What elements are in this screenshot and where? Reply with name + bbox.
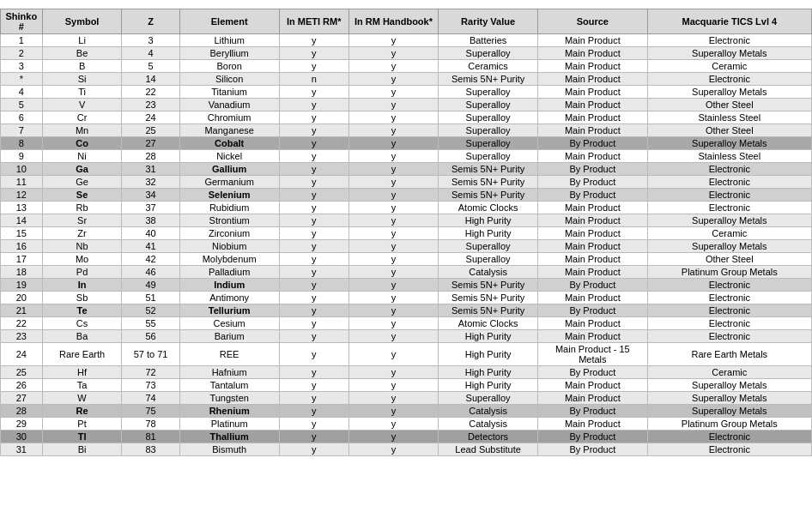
table-cell: 11 [1, 176, 43, 189]
table-cell: Stainless Steel [647, 111, 811, 124]
table-cell: Main Product [538, 418, 648, 431]
table-row: 9Ni28NickelyySuperalloyMain ProductStain… [1, 150, 812, 163]
table-cell: Main Product [538, 73, 648, 86]
column-header: Shinko # [1, 9, 43, 34]
table-cell: Superalloy [439, 124, 538, 137]
table-cell: y [279, 418, 348, 431]
table-cell: y [279, 304, 348, 317]
table-cell: Atomic Clocks [439, 317, 538, 330]
table-cell: Pt [42, 418, 122, 431]
table-cell: Main Product [538, 379, 648, 392]
table-cell: Germanium [179, 176, 279, 189]
table-cell: y [348, 137, 438, 150]
table-cell: 72 [122, 366, 179, 379]
table-cell: Ceramic [647, 60, 811, 73]
table-cell: 13 [1, 202, 43, 214]
table-cell: High Purity [439, 366, 538, 379]
table-cell: Mn [42, 124, 122, 137]
table-cell: 24 [1, 343, 43, 366]
table-row: 15Zr40ZirconiumyyHigh PurityMain Product… [1, 227, 812, 240]
table-cell: 19 [1, 279, 43, 292]
table-cell: 7 [1, 124, 43, 137]
table-cell: Catalysis [439, 405, 538, 418]
table-cell: Catalysis [439, 418, 538, 431]
table-cell: Vanadium [179, 99, 279, 111]
table-cell: y [279, 176, 348, 189]
table-cell: Antimony [179, 292, 279, 304]
table-cell: y [348, 266, 438, 279]
table-cell: Superalloy [439, 240, 538, 253]
table-cell: Semis 5N+ Purity [439, 292, 538, 304]
table-cell: Main Product [538, 111, 648, 124]
table-cell: y [348, 240, 438, 253]
table-cell: y [348, 73, 438, 86]
table-cell: Cs [42, 317, 122, 330]
table-cell: y [348, 150, 438, 163]
table-cell: 57 to 71 [122, 343, 179, 366]
table-cell: 75 [122, 405, 179, 418]
table-cell: Main Product [538, 392, 648, 405]
table-cell: Main Product [538, 99, 648, 111]
table-cell: y [348, 431, 438, 443]
table-cell: 34 [122, 189, 179, 202]
table-row: 25Hf72HafniumyyHigh PurityBy ProductCera… [1, 366, 812, 379]
table-row: 30Tl81ThalliumyyDetectorsBy ProductElect… [1, 431, 812, 443]
table-cell: Electronic [647, 189, 811, 202]
table-cell: Molybdenum [179, 253, 279, 266]
table-cell: High Purity [439, 330, 538, 343]
table-row: *Si14SiliconnySemis 5N+ PurityMain Produ… [1, 73, 812, 86]
table-cell: Other Steel [647, 99, 811, 111]
table-cell: Electronic [647, 431, 811, 443]
table-cell: y [279, 202, 348, 214]
table-cell: Lithium [179, 34, 279, 47]
table-cell: 73 [122, 379, 179, 392]
table-row: 6Cr24ChromiumyySuperalloyMain ProductSta… [1, 111, 812, 124]
table-cell: Superalloy [439, 111, 538, 124]
table-cell: Detectors [439, 431, 538, 443]
table-cell: Hafnium [179, 366, 279, 379]
table-cell: Main Product [538, 214, 648, 227]
table-cell: By Product [538, 279, 648, 292]
table-cell: y [348, 379, 438, 392]
table-cell: 49 [122, 279, 179, 292]
table-cell: By Product [538, 366, 648, 379]
table-cell: V [42, 99, 122, 111]
column-header: Z [122, 9, 179, 34]
table-cell: 41 [122, 240, 179, 253]
table-cell: y [279, 330, 348, 343]
table-cell: Main Product [538, 202, 648, 214]
table-cell: y [348, 405, 438, 418]
table-cell: REE [179, 343, 279, 366]
table-cell: Electronic [647, 330, 811, 343]
table-cell: Electronic [647, 163, 811, 176]
table-row: 31Bi83BismuthyyLead SubstituteBy Product… [1, 443, 812, 456]
table-row: 1Li3LithiumyyBatteriesMain ProductElectr… [1, 34, 812, 47]
table-cell: 20 [1, 292, 43, 304]
table-cell: Superalloy [439, 150, 538, 163]
table-cell: Superalloy Metals [647, 240, 811, 253]
table-cell: y [279, 214, 348, 227]
table-cell: y [279, 379, 348, 392]
table-cell: Tungsten [179, 392, 279, 405]
table-cell: Superalloy Metals [647, 379, 811, 392]
table-cell: 51 [122, 292, 179, 304]
table-cell: y [279, 34, 348, 47]
table-cell: y [279, 86, 348, 99]
table-cell: By Product [538, 304, 648, 317]
table-cell: 18 [1, 266, 43, 279]
table-cell: 2 [1, 47, 43, 60]
table-cell: Semis 5N+ Purity [439, 189, 538, 202]
table-cell: y [279, 405, 348, 418]
table-cell: 55 [122, 317, 179, 330]
table-cell: Main Product [538, 60, 648, 73]
table-cell: 1 [1, 34, 43, 47]
table-cell: Electronic [647, 317, 811, 330]
table-cell: Platinum Group Metals [647, 418, 811, 431]
table-cell: 8 [1, 137, 43, 150]
table-cell: Electronic [647, 279, 811, 292]
table-cell: Tellurium [179, 304, 279, 317]
table-cell: Bismuth [179, 443, 279, 456]
table-cell: Electronic [647, 292, 811, 304]
column-header: Macquarie TICS Lvl 4 [647, 9, 811, 34]
table-cell: y [279, 47, 348, 60]
